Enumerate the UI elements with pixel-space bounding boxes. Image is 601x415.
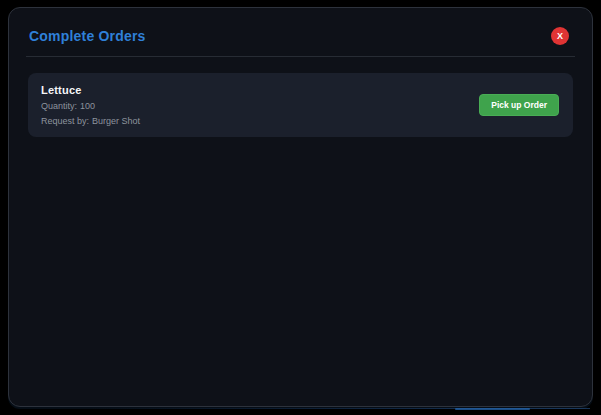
bottom-accent-line — [90, 408, 590, 409]
close-button[interactable]: X — [551, 27, 569, 45]
order-quantity-value: 100 — [80, 101, 95, 111]
order-request-label: Request by: — [41, 116, 89, 126]
complete-orders-panel: Complete Orders X Lettuce Quantity: 100 … — [8, 7, 593, 407]
order-request-value: Burger Shot — [92, 116, 140, 126]
order-request-by: Request by: Burger Shot — [41, 116, 140, 126]
game-screen: Complete Orders X Lettuce Quantity: 100 … — [0, 0, 601, 415]
close-icon: X — [557, 27, 563, 45]
order-quantity-label: Quantity: — [41, 101, 77, 111]
order-card: Lettuce Quantity: 100 Request by: Burger… — [28, 73, 573, 137]
panel-title: Complete Orders — [29, 28, 572, 44]
bottom-accent-glow — [455, 408, 530, 410]
order-item-name: Lettuce — [41, 84, 140, 96]
order-info: Lettuce Quantity: 100 Request by: Burger… — [41, 84, 140, 126]
order-quantity: Quantity: 100 — [41, 101, 140, 111]
pickup-order-button[interactable]: Pick up Order — [479, 94, 559, 116]
panel-header: Complete Orders X — [9, 8, 592, 44]
orders-list: Lettuce Quantity: 100 Request by: Burger… — [9, 57, 592, 137]
